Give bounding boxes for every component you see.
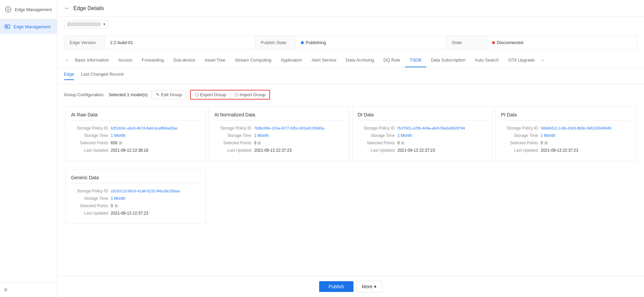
- info-bar: Edge Version 2.2 build-01 Publish State …: [64, 36, 637, 49]
- edge-management-header-icon: [4, 5, 12, 13]
- card-title-ai-raw-data: AI Raw Data: [71, 112, 200, 120]
- export-group-label: Export Group: [200, 92, 226, 97]
- sidebar-item-label-edge-management: Edge Management: [13, 24, 50, 29]
- sidebar-menu-toggle[interactable]: ≡: [0, 283, 57, 297]
- tab-alert-service[interactable]: Alert Service: [307, 53, 341, 67]
- more-button[interactable]: More ▾: [356, 281, 382, 292]
- tab-data-archiving[interactable]: Data Archiving: [341, 53, 379, 67]
- last-updated-value-ai-norm: 2021-09-13 22:37:23: [254, 148, 292, 153]
- storage-policy-id-value-di: f3cf7601-e29b-449a-afe9-59a3a9628794: [398, 126, 465, 130]
- export-group-button[interactable]: ⬡ Export Group: [191, 90, 230, 99]
- page-header: ← Edge Details: [57, 0, 644, 17]
- group-config-label: Group Configuration:: [64, 92, 105, 97]
- cards-grid-row2: Generic Data Storage Policy ID c0193110-…: [64, 168, 637, 225]
- tab-tsdb[interactable]: TSDB: [405, 53, 426, 67]
- tab-asset-tree[interactable]: Asset Tree: [200, 53, 230, 67]
- card-row-storage-time-generic: Storage Time 1 Month: [71, 196, 200, 201]
- tab-sub-device[interactable]: Sub-device: [168, 53, 200, 67]
- card-generic-data: Generic Data Storage Policy ID c0193110-…: [65, 169, 206, 224]
- device-selector: ▾: [57, 17, 644, 32]
- bottom-bar: Publish More ▾: [57, 276, 644, 297]
- chevron-down-icon: ▾: [103, 22, 105, 27]
- tab-access[interactable]: Access: [113, 53, 137, 67]
- card-row-storage-policy-ai-raw: Storage Policy ID 63f1d24c-a5e3-4b7d-8af…: [71, 126, 200, 131]
- selected-points-value-ai-raw: 656: [111, 141, 117, 145]
- last-updated-value-generic: 2021-09-13 22:37:23: [111, 211, 148, 216]
- card-row-selected-points-di: Selected Points 0 ⊞: [358, 141, 487, 145]
- storage-time-label-di: Storage Time: [358, 133, 395, 138]
- storage-time-label-ai-raw: Storage Time: [71, 133, 108, 138]
- nav-right-arrow[interactable]: >: [539, 54, 546, 67]
- storage-policy-id-value-generic: c0193110-66c9-41d8-8232-f46cd9c30bea: [111, 189, 180, 193]
- card-row-storage-policy-di: Storage Policy ID f3cf7601-e29b-449a-afe…: [358, 126, 487, 131]
- storage-time-label-pi: Storage Time: [501, 133, 538, 138]
- card-row-storage-time-ai-norm: Storage Time 1 Month: [214, 133, 344, 138]
- sub-tab-last-changed-record[interactable]: Last Changed Record: [81, 72, 123, 80]
- edge-version-label: Edge Version: [64, 36, 105, 49]
- tab-dq-rule[interactable]: DQ Rule: [379, 53, 405, 67]
- publishing-dot: [301, 41, 304, 44]
- back-button[interactable]: ←: [64, 5, 70, 12]
- state-label: State: [446, 36, 487, 49]
- state-cell: State Disconnected: [446, 36, 637, 49]
- card-row-selected-points-ai-raw: Selected Points 656 ⊞: [71, 141, 200, 145]
- edit-group-label: Edit Group: [161, 92, 182, 97]
- tab-forwarding[interactable]: Forwarding: [137, 53, 168, 67]
- storage-time-label-ai-norm: Storage Time: [214, 133, 251, 138]
- group-config-bar: Group Configuration: Selected 1 model(s)…: [64, 90, 637, 100]
- state-text: Disconnected: [497, 40, 523, 45]
- tab-stream-computing[interactable]: Stream Computing: [230, 53, 276, 67]
- selected-points-icon-pi[interactable]: ⊞: [544, 141, 548, 145]
- tab-auto-search[interactable]: Auto Search: [470, 53, 504, 67]
- selected-points-icon-generic[interactable]: ⊞: [114, 203, 118, 208]
- publish-state-text: Publishing: [306, 40, 326, 45]
- last-updated-label-di: Last Updated: [358, 148, 395, 153]
- card-row-last-updated-pi: Last Updated 2021-09-13 22:37:23: [501, 148, 630, 153]
- sidebar-item-edge-management[interactable]: Edge Management: [0, 19, 57, 34]
- sidebar: Edge Management Edge Management ≡: [0, 0, 57, 297]
- card-row-selected-points-generic: Selected Points 0 ⊞: [71, 203, 200, 208]
- storage-policy-id-label-pi: Storage Policy ID: [501, 126, 538, 131]
- card-title-generic: Generic Data: [71, 175, 200, 183]
- group-config-value: Selected 1 model(s): [109, 92, 148, 97]
- selected-points-icon-ai-raw[interactable]: ⊞: [119, 141, 122, 145]
- device-dropdown[interactable]: ▾: [64, 20, 108, 28]
- storage-policy-id-label-generic: Storage Policy ID: [71, 189, 108, 193]
- tab-application[interactable]: Application: [276, 53, 307, 67]
- selected-points-icon-ai-norm[interactable]: ⊞: [258, 141, 261, 145]
- storage-policy-id-value-pi: 58bb8412-1c6b-43d3-8b5b-566226049d49: [541, 126, 611, 130]
- last-updated-value-ai-raw: 2021-09-13 22:38:18: [111, 148, 148, 153]
- device-name-placeholder: [67, 22, 101, 26]
- storage-time-value-generic: 1 Month: [111, 196, 125, 201]
- import-group-button[interactable]: ⬡ Import Group: [231, 90, 270, 99]
- card-row-storage-policy-ai-norm: Storage Policy ID 7b9bc08e-2c5a-4377-92b…: [214, 126, 344, 131]
- main-content: ← Edge Details ▾ Edge Version 2.2 build-…: [57, 0, 644, 297]
- publish-button[interactable]: Publish: [319, 281, 353, 292]
- card-row-storage-time-pi: Storage Time 1 Month: [501, 133, 630, 138]
- card-ai-raw-data: AI Raw Data Storage Policy ID 63f1d24c-a…: [65, 106, 206, 161]
- tab-data-subscription[interactable]: Data Subscription: [426, 53, 470, 67]
- export-import-group: ⬡ Export Group ⬡ Import Group: [190, 90, 270, 100]
- publish-state-cell: Publish State Publishing: [255, 36, 446, 49]
- tab-basic-information[interactable]: Basic Information: [70, 53, 113, 67]
- sidebar-header-title: Edge Management: [15, 7, 52, 12]
- card-row-selected-points-ai-norm: Selected Points 0 ⊞: [214, 141, 344, 145]
- sub-tab-edge[interactable]: Edge: [64, 72, 74, 80]
- card-pi-data: PI Data Storage Policy ID 58bb8412-1c6b-…: [495, 106, 636, 161]
- selected-points-icon-di[interactable]: ⊞: [401, 141, 404, 145]
- card-row-selected-points-pi: Selected Points 0 ⊞: [501, 141, 630, 145]
- tab-ota-upgrade[interactable]: OTA Upgrade: [504, 53, 540, 67]
- selected-points-label-di: Selected Points: [358, 141, 395, 145]
- cards-grid-row1: AI Raw Data Storage Policy ID 63f1d24c-a…: [64, 105, 637, 162]
- storage-time-label-generic: Storage Time: [71, 196, 108, 201]
- selected-points-label-ai-raw: Selected Points: [71, 141, 108, 145]
- nav-tabs: < Basic Information Access Forwarding Su…: [57, 53, 644, 68]
- more-label: More: [362, 284, 373, 289]
- edge-management-icon: [4, 23, 11, 30]
- nav-left-arrow[interactable]: <: [64, 54, 70, 67]
- edit-group-button[interactable]: ✎ Edit Group: [151, 90, 186, 99]
- selected-points-value-di: 0: [398, 141, 400, 145]
- card-row-storage-policy-generic: Storage Policy ID c0193110-66c9-41d8-823…: [71, 189, 200, 193]
- selected-points-label-ai-norm: Selected Points: [214, 141, 251, 145]
- card-title-ai-normalized: AI Normalized Data: [214, 112, 344, 120]
